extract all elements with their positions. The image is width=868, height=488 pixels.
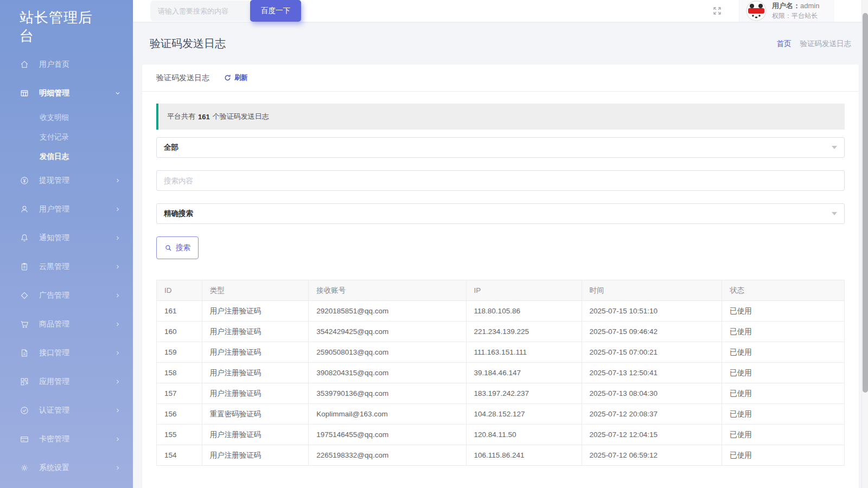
sidebar-item-label: 提现管理 (39, 176, 69, 185)
username-label: 用户名： (772, 2, 800, 10)
sidebar-item-cardkey-mgmt[interactable]: 卡密管理 (0, 425, 133, 454)
cell-status: 已使用 (722, 301, 845, 322)
cell-ip: 111.163.151.111 (466, 342, 582, 363)
cell-account: 2265198332@qq.com (309, 445, 466, 466)
exact-search-select[interactable]: 精确搜索 (156, 203, 845, 224)
refresh-button[interactable]: 刷新 (224, 73, 248, 82)
cell-ip: 39.184.46.147 (466, 363, 582, 383)
role-label: 权限： (772, 12, 792, 20)
page-title: 验证码发送日志 (150, 36, 226, 51)
sidebar-nav: 用户首页 明细管理 收支明细 支付记录 发信日志 提现管理 用户管理 (0, 50, 133, 483)
subitem-label: 支付记录 (40, 132, 69, 142)
alert-suffix: 个验证码发送日志 (213, 112, 269, 121)
baidu-search-button[interactable]: 百度一下 (250, 0, 301, 22)
chevron-right-icon (114, 465, 121, 471)
cell-status: 已使用 (722, 425, 845, 445)
chevron-right-icon (114, 321, 121, 328)
main-area: 百度一下 用户名：admin 权限：平台站长 验证码发送日志 首页 验证码发送日 (133, 0, 868, 488)
col-type: 类型 (202, 280, 309, 301)
breadcrumb-current: 验证码发送日志 (800, 39, 852, 49)
cell-id: 157 (157, 383, 202, 404)
table-row: 158用户注册验证码3908204315@qq.com39.184.46.147… (157, 363, 845, 383)
chevron-right-icon (114, 350, 121, 356)
col-id: ID (157, 280, 202, 301)
sidebar-item-goods-mgmt[interactable]: 商品管理 (0, 310, 133, 339)
cell-id: 161 (157, 301, 202, 322)
scrollbar-thumb[interactable] (863, 13, 868, 393)
bell-icon (20, 233, 29, 243)
card-tab-bar: 验证码发送日志 刷新 (142, 65, 859, 92)
search-button[interactable]: 搜索 (156, 236, 199, 259)
exact-select-value: 精确搜索 (164, 209, 193, 219)
cell-ip: 120.84.11.50 (466, 425, 582, 445)
cell-time: 2025-07-13 08:04:30 (582, 383, 722, 404)
cell-id: 155 (157, 425, 202, 445)
cell-time: 2025-07-12 06:59:12 (582, 445, 722, 466)
total-count-alert: 平台共有 161 个验证码发送日志 (156, 104, 845, 130)
chevron-right-icon (114, 206, 121, 213)
page-content: 验证码发送日志 首页 验证码发送日志 验证码发送日志 刷新 平台共有 (133, 22, 868, 488)
cell-account: 3539790136@qq.com (309, 383, 466, 404)
col-account: 接收账号 (309, 280, 466, 301)
check-circle-icon (20, 406, 29, 415)
file-icon (20, 348, 29, 358)
tab-send-log[interactable]: 验证码发送日志 (156, 73, 209, 83)
gear-icon (20, 463, 29, 473)
table-row: 157用户注册验证码3539790136@qq.com183.197.242.2… (157, 383, 845, 404)
cell-type: 用户注册验证码 (202, 322, 309, 342)
sidebar-item-ad-mgmt[interactable]: 广告管理 (0, 281, 133, 310)
sidebar-item-withdraw-mgmt[interactable]: 提现管理 (0, 166, 133, 195)
keyword-search-input[interactable] (156, 170, 845, 191)
cell-status: 已使用 (722, 404, 845, 425)
topbar: 百度一下 用户名：admin 权限：平台站长 (133, 0, 868, 22)
baidu-search-input[interactable] (150, 1, 251, 21)
breadcrumb-home-link[interactable]: 首页 (777, 39, 792, 49)
username-value: admin (800, 2, 819, 10)
cell-type: 用户注册验证码 (202, 363, 309, 383)
sidebar-subitem-payment-records[interactable]: 支付记录 (0, 127, 133, 147)
sidebar-item-auth-mgmt[interactable]: 认证管理 (0, 396, 133, 425)
cell-type: 用户注册验证码 (202, 383, 309, 404)
sidebar-item-detail-mgmt[interactable]: 明细管理 (0, 79, 133, 108)
sidebar: 站长管理后台 用户首页 明细管理 收支明细 支付记录 发信日志 提现管理 用 (0, 0, 133, 488)
sidebar-item-user-home[interactable]: 用户首页 (0, 50, 133, 79)
sidebar-item-label: 广告管理 (39, 291, 69, 300)
search-icon (164, 244, 173, 252)
chevron-down-icon (832, 212, 837, 215)
cell-id: 158 (157, 363, 202, 383)
sidebar-item-label: 系统设置 (39, 463, 69, 473)
card-icon (20, 434, 29, 444)
vertical-scrollbar[interactable] (861, 0, 868, 488)
alert-count: 161 (198, 113, 210, 121)
clipboard-icon (20, 262, 29, 272)
table-row: 155用户注册验证码1975146455@qq.com120.84.11.502… (157, 425, 845, 445)
sidebar-item-user-mgmt[interactable]: 用户管理 (0, 195, 133, 224)
sidebar-subitem-send-log[interactable]: 发信日志 (0, 147, 133, 166)
cart-icon (20, 319, 29, 329)
user-menu[interactable]: 用户名：admin 权限：平台站长 (739, 0, 834, 22)
sidebar-item-notice-mgmt[interactable]: 通知管理 (0, 224, 133, 253)
sidebar-subitem-income-detail[interactable]: 收支明细 (0, 108, 133, 127)
cell-type: 用户注册验证码 (202, 445, 309, 466)
log-card: 验证码发送日志 刷新 平台共有 161 个验证码发送日志 全部 (142, 65, 859, 488)
cell-id: 156 (157, 404, 202, 425)
type-select[interactable]: 全部 (156, 137, 845, 158)
sidebar-item-app-mgmt[interactable]: 应用管理 (0, 368, 133, 396)
yen-circle-icon (20, 176, 29, 185)
cell-id: 160 (157, 322, 202, 342)
cell-time: 2025-07-13 12:50:41 (582, 363, 722, 383)
refresh-icon (224, 74, 232, 82)
send-log-table: ID 类型 接收账号 IP 时间 状态 161用户注册验证码2920185851… (156, 280, 845, 466)
cell-status: 已使用 (722, 383, 845, 404)
cell-account: 2590508013@qq.com (309, 342, 466, 363)
col-status: 状态 (722, 280, 845, 301)
cell-id: 159 (157, 342, 202, 363)
alert-prefix: 平台共有 (167, 112, 195, 121)
sidebar-item-api-mgmt[interactable]: 接口管理 (0, 339, 133, 368)
sidebar-item-cloudblack-mgmt[interactable]: 云黑管理 (0, 253, 133, 281)
card-body: 平台共有 161 个验证码发送日志 全部 精确搜索 (142, 92, 859, 466)
sidebar-item-system-settings[interactable]: 系统设置 (0, 454, 133, 483)
cell-time: 2025-07-15 10:51:10 (582, 301, 722, 322)
sidebar-item-label: 认证管理 (39, 406, 69, 415)
fullscreen-icon[interactable] (712, 5, 723, 16)
